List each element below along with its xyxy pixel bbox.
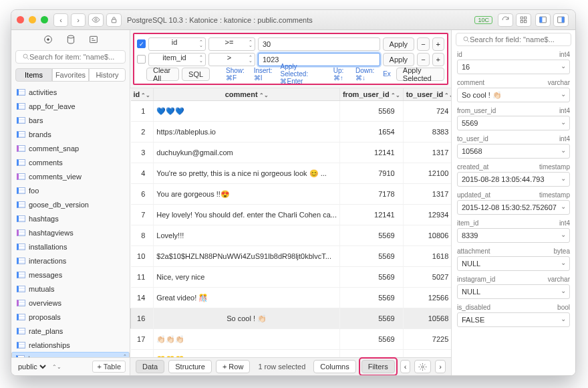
sidebar-item-bars[interactable]: bars <box>11 113 130 127</box>
sidebar-item-goose_db_version[interactable]: goose_db_version <box>11 197 130 211</box>
filter-op-1[interactable]: >= <box>208 37 255 51</box>
field-value[interactable] <box>457 312 570 327</box>
sidebar-item-mutuals[interactable]: mutuals <box>11 282 130 296</box>
clear-all-button[interactable]: Clear All <box>146 68 179 81</box>
left-pane-toggle[interactable] <box>535 13 551 27</box>
col-id[interactable]: id⌃⌄ <box>131 88 154 101</box>
table-row[interactable]: 10$2a$10$HZLN88PNuWWi4ZuS91lb8dR98ljt0kb… <box>131 246 452 267</box>
table-row[interactable]: 6You are gorgeous !!😍717813172015-09-072… <box>131 184 452 205</box>
sidebar-tabs[interactable]: Items Favorites History <box>15 68 126 82</box>
field-value[interactable] <box>457 116 570 130</box>
col-comment[interactable]: comment⌃⌄ <box>154 88 340 101</box>
col-to_user_id[interactable]: to_user_id⌃⌄ <box>403 88 451 101</box>
query-icon[interactable] <box>43 34 53 46</box>
table-row[interactable]: 7Hey lovely! You should def. enter the C… <box>131 205 452 225</box>
sidebar-item-relationships[interactable]: relationships <box>11 338 130 352</box>
next-button[interactable]: › <box>435 360 446 373</box>
field-value[interactable] <box>457 256 570 271</box>
grid-view-button[interactable] <box>516 13 531 27</box>
sidebar-search[interactable] <box>15 50 126 64</box>
sidebar-item-comments_view[interactable]: comments_view <box>11 169 130 183</box>
inspector-search-input[interactable] <box>456 33 571 46</box>
field-value[interactable] <box>457 88 570 102</box>
filter-add-1[interactable]: + <box>432 37 444 51</box>
field-value[interactable] <box>457 144 570 159</box>
sql-icon[interactable] <box>88 34 99 46</box>
data-grid[interactable]: id⌃⌄comment⌃⌄from_user_id⌃⌄to_user_id⌃⌄c… <box>130 88 451 357</box>
refresh-button[interactable] <box>498 13 513 27</box>
filter-val-1[interactable] <box>258 37 380 51</box>
lock-button[interactable] <box>106 13 122 27</box>
field-value[interactable] <box>457 284 570 299</box>
filter-col-1[interactable]: id <box>148 37 206 51</box>
add-table-button[interactable]: + Table <box>92 361 126 373</box>
table-row[interactable]: 4You're so pretty, this is a nice ni gor… <box>131 163 452 184</box>
table-row[interactable]: 1💙💙💙55697242015-11-0921:11:21.6142015-12… <box>131 101 452 122</box>
svg-rect-1 <box>112 19 116 23</box>
minimize-icon[interactable] <box>29 16 36 23</box>
sidebar-item-comment_snap[interactable]: comment_snap <box>11 141 130 155</box>
tab-favorites[interactable]: Favorites <box>52 68 89 82</box>
table-row[interactable]: 16So cool ! 👏🏻5569105682015-08-2813:05:4… <box>131 308 452 329</box>
sidebar-item-app_for_leave[interactable]: app_for_leave <box>11 99 130 113</box>
sidebar-item-hashtags[interactable]: hashtags <box>11 211 130 225</box>
sidebar-item-tags[interactable]: tags <box>11 352 130 357</box>
close-icon[interactable] <box>17 16 24 23</box>
field-value[interactable] <box>457 172 570 187</box>
filter-add-2[interactable]: + <box>432 53 444 66</box>
sidebar-item-installations[interactable]: installations <box>11 239 130 254</box>
filter-remove-1[interactable]: − <box>417 37 429 51</box>
forward-button[interactable]: › <box>71 13 86 27</box>
table-row[interactable]: 19🎊🎊🎊556956652015-11-2410:12:39.3222015-… <box>131 350 452 358</box>
table-row[interactable]: 3duchuykun@gmail.com1214113172015-08-140… <box>131 142 452 163</box>
sidebar-item-brands[interactable]: brands <box>11 127 130 141</box>
table-row[interactable]: 17👏🏻👏🏻👏🏻556972252015-10-0206:23:38.88420… <box>131 329 452 350</box>
filter-op-2[interactable]: > <box>208 53 255 66</box>
apply-selected-button[interactable]: Apply Selected <box>396 68 444 81</box>
sql-button[interactable]: SQL <box>182 68 210 81</box>
filter-col-2[interactable]: item_id <box>148 53 206 66</box>
visibility-button[interactable] <box>88 13 104 27</box>
gear-button[interactable] <box>414 360 431 373</box>
sidebar-item-hashtagviews[interactable]: hashtagviews <box>11 225 130 239</box>
structure-tab[interactable]: Structure <box>168 360 212 373</box>
sidebar-item-activities[interactable]: activities <box>11 85 130 99</box>
field-value[interactable] <box>457 228 570 243</box>
sidebar-item-overviews[interactable]: overviews <box>11 296 130 310</box>
field-key: instagram_id <box>457 276 495 283</box>
back-button[interactable]: ‹ <box>53 13 68 27</box>
table-row[interactable]: 11Nice, very nice556950272015-09-1908:38… <box>131 267 452 288</box>
sidebar-item-comments[interactable]: comments <box>11 155 130 169</box>
sidebar-search-input[interactable] <box>15 50 126 64</box>
sidebar-item-rate_plans[interactable]: rate_plans <box>11 324 130 338</box>
filter-check-2[interactable] <box>137 55 146 64</box>
col-from_user_id[interactable]: from_user_id⌃⌄ <box>339 88 403 101</box>
table-row[interactable]: 2https://tableplus.io165483832015-10-030… <box>131 122 452 142</box>
table-row[interactable]: 14Great video! 🎊5569125662015-10-1716:52… <box>131 288 452 308</box>
inspector-panel: idint4commentvarcharfrom_user_idint4to_u… <box>451 30 575 375</box>
sidebar-item-messages[interactable]: messages <box>11 268 130 282</box>
add-row-button[interactable]: + Row <box>216 360 251 373</box>
tab-history[interactable]: History <box>89 68 126 82</box>
table-name: hashtagviews <box>29 229 74 237</box>
sidebar-item-foo[interactable]: foo <box>11 183 130 197</box>
field-value[interactable] <box>457 200 570 215</box>
columns-button[interactable]: Columns <box>313 360 355 373</box>
filters-button[interactable]: Filters <box>361 360 395 373</box>
field-value[interactable] <box>457 60 570 74</box>
filter-apply-1[interactable]: Apply <box>383 37 415 51</box>
filter-apply-2[interactable]: Apply <box>383 53 415 66</box>
filter-remove-2[interactable]: − <box>417 53 429 66</box>
prev-button[interactable]: ‹ <box>400 360 411 373</box>
zoom-icon[interactable] <box>41 16 48 23</box>
inspector-search[interactable] <box>456 33 571 46</box>
data-tab[interactable]: Data <box>136 360 164 373</box>
filter-check-1[interactable]: ✓ <box>137 39 146 48</box>
sidebar-item-interactions[interactable]: interactions <box>11 254 130 268</box>
schema-select[interactable]: public <box>15 362 48 371</box>
right-pane-toggle[interactable] <box>553 13 569 27</box>
tab-items[interactable]: Items <box>15 68 52 82</box>
sidebar-item-proposals[interactable]: proposals <box>11 310 130 324</box>
table-row[interactable]: 8Lovely!!!5569108062015-09-0218:28:47.20… <box>131 225 452 246</box>
database-icon[interactable] <box>65 34 76 46</box>
